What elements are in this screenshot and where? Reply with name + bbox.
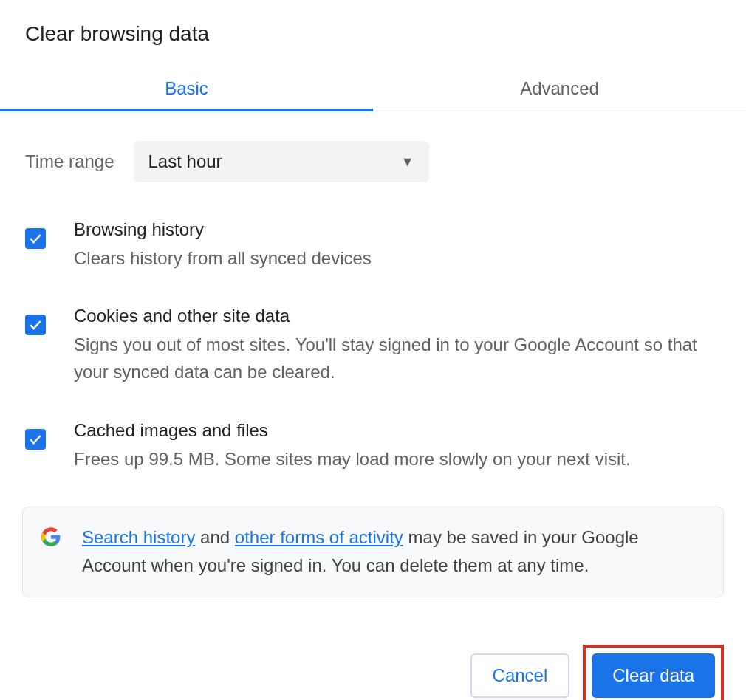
tabs-bar: Basic Advanced [0,68,746,111]
search-history-link[interactable]: Search history [82,527,195,547]
info-text-middle: and [195,527,234,547]
info-text: Search history and other forms of activi… [82,524,705,580]
tab-advanced[interactable]: Advanced [373,68,746,111]
chevron-down-icon: ▼ [401,154,414,170]
option-title: Cached images and files [74,420,724,441]
option-title: Cookies and other site data [74,306,724,326]
dialog-title: Clear browsing data [22,22,724,46]
clear-data-highlight: Clear data [583,645,724,700]
other-activity-link[interactable]: other forms of activity [235,527,403,547]
google-logo-icon [41,526,61,547]
time-range-select[interactable]: Last hour ▼ [134,141,429,182]
dialog-footer: Cancel Clear data [22,645,724,700]
option-cookies: Cookies and other site data Signs you ou… [25,306,724,385]
cancel-button[interactable]: Cancel [470,653,570,698]
time-range-label: Time range [25,151,114,172]
time-range-row: Time range Last hour ▼ [22,141,724,182]
option-title: Browsing history [74,219,724,240]
time-range-value: Last hour [148,151,222,172]
check-icon [28,318,43,332]
option-desc: Clears history from all synced devices [74,244,724,272]
check-icon [28,231,43,246]
checkbox-cache[interactable] [25,429,46,450]
option-browsing-history: Browsing history Clears history from all… [25,219,724,272]
google-account-info: Search history and other forms of activi… [22,507,724,597]
checkbox-browsing-history[interactable] [25,228,46,249]
option-cache: Cached images and files Frees up 99.5 MB… [25,420,724,473]
checkbox-cookies[interactable] [25,315,46,335]
option-desc: Signs you out of most sites. You'll stay… [74,331,724,385]
option-desc: Frees up 99.5 MB. Some sites may load mo… [74,445,724,473]
clear-data-button[interactable]: Clear data [592,653,715,698]
tab-basic[interactable]: Basic [0,68,373,111]
check-icon [28,432,43,447]
